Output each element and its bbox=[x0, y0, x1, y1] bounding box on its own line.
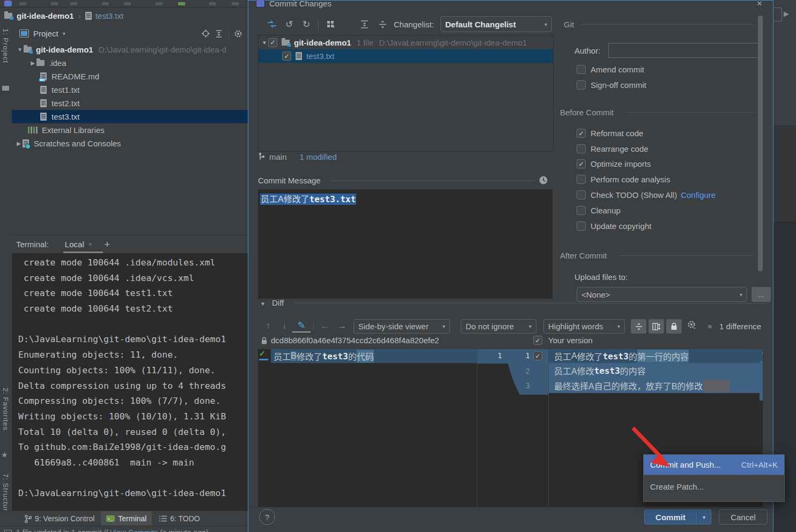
changelist-select[interactable]: Default Changelist ▾ bbox=[440, 16, 552, 32]
upload-target-select[interactable]: <None> ▾ bbox=[577, 287, 747, 302]
checkbox-icon[interactable]: ✓ bbox=[533, 336, 542, 345]
refresh-icon[interactable]: ↻ bbox=[298, 19, 315, 30]
branch-icon bbox=[258, 152, 265, 161]
diff-ignore-select[interactable]: Do not ignore ▾ bbox=[461, 319, 536, 334]
section-line bbox=[330, 180, 536, 181]
lock-icon[interactable] bbox=[666, 319, 682, 334]
next-difference-icon[interactable]: ↓ bbox=[276, 321, 292, 331]
project-stripe-icon[interactable] bbox=[2, 86, 9, 91]
checkbox-cleanup[interactable]: ✓ Cleanup bbox=[577, 206, 621, 215]
diff-viewer-select[interactable]: Side-by-side viewer ▾ bbox=[353, 319, 450, 334]
commit-button[interactable]: Commit bbox=[644, 509, 697, 524]
checkbox-perform-code-analysis[interactable]: ✓ Perform code analysis bbox=[577, 175, 670, 184]
collapse-all-icon[interactable] bbox=[373, 20, 392, 28]
diff-highlight-select[interactable]: Highlight words ▾ bbox=[543, 319, 625, 334]
commit-tree-file-row[interactable]: ✓ test3.txt bbox=[259, 49, 553, 63]
section-line bbox=[619, 255, 754, 256]
more-toolbar-icon[interactable]: » bbox=[707, 321, 712, 330]
tree-row-idea[interactable]: ▶ .idea bbox=[12, 56, 248, 70]
tool-stripe-project[interactable]: 1: Project bbox=[2, 28, 10, 63]
toolwindow-version-control[interactable]: 9: Version Control bbox=[20, 511, 99, 526]
commit-message-text: 员工A修改了 bbox=[261, 195, 309, 204]
tool-stripe-favorites[interactable]: 2: Favorites bbox=[2, 388, 10, 431]
view-commits-link[interactable]: View Commits bbox=[110, 528, 158, 532]
configure-link[interactable]: Configure bbox=[681, 190, 716, 200]
gear-icon[interactable] bbox=[232, 29, 245, 38]
cancel-button[interactable]: Cancel bbox=[719, 509, 768, 524]
checkbox-update-copyright[interactable]: ✓ Update copyright bbox=[577, 221, 651, 231]
help-button[interactable]: ? bbox=[259, 509, 275, 525]
checkbox-reformat-code[interactable]: ✓ Reformat code bbox=[577, 129, 643, 138]
divider bbox=[318, 19, 319, 29]
checkbox-rearrange-code[interactable]: ✓ Rearrange code bbox=[577, 144, 648, 153]
tree-row-test3-selected[interactable]: test3.txt bbox=[12, 110, 248, 123]
apply-change-check-icon[interactable]: ✓ bbox=[259, 349, 266, 358]
toolwindow-toggle-icon[interactable] bbox=[4, 530, 12, 532]
new-terminal-tab-icon[interactable]: + bbox=[104, 239, 110, 250]
breadcrumb-file[interactable]: test3.txt bbox=[95, 11, 124, 20]
toolwindow-todo[interactable]: 6: TODO bbox=[154, 511, 205, 526]
checkbox-signoff-commit[interactable]: ✓ Sign-off commit bbox=[577, 80, 646, 90]
diff-settings-gear-icon[interactable] bbox=[684, 320, 699, 329]
branch-name[interactable]: main bbox=[269, 152, 287, 161]
sync-scroll-icon[interactable] bbox=[648, 319, 664, 334]
dialog-icon bbox=[256, 0, 265, 8]
expand-arrow-icon[interactable]: ▶ bbox=[15, 141, 23, 146]
tree-row-test2[interactable]: test2.txt bbox=[12, 97, 248, 110]
project-view-title[interactable]: Project bbox=[33, 29, 58, 38]
expand-arrow-icon[interactable]: ▼ bbox=[261, 40, 268, 46]
tree-row-readme[interactable]: MD README.md bbox=[12, 70, 248, 83]
group-by-icon[interactable] bbox=[322, 20, 340, 28]
expand-all-icon[interactable] bbox=[355, 20, 373, 28]
star-icon[interactable]: ★ bbox=[1, 450, 8, 459]
breadcrumb-project[interactable]: git-idea-demo1 bbox=[17, 11, 74, 20]
commit-options-popup: Commit and Push... Ctrl+Alt+K Create Pat… bbox=[643, 454, 785, 502]
checkbox-amend-commit[interactable]: ✓ Amend commit bbox=[577, 65, 644, 74]
menu-item-create-patch[interactable]: Create Patch... bbox=[644, 475, 784, 498]
checkbox-optimize-imports[interactable]: ✓ Optimize imports bbox=[577, 159, 651, 168]
commit-message-editor[interactable]: 员工A修改了test3.txt bbox=[258, 189, 552, 299]
expand-arrow-icon[interactable]: ▶ bbox=[29, 60, 36, 66]
toolwindow-terminal[interactable]: >_ Terminal bbox=[101, 511, 152, 526]
collapse-unchanged-icon[interactable] bbox=[631, 319, 646, 334]
checkbox-check-todo[interactable]: ✓ Check TODO (Show All) Configure bbox=[577, 190, 716, 200]
tree-row-test1[interactable]: test1.txt bbox=[12, 83, 248, 97]
tree-row-scratches[interactable]: ▶ Scratches and Consoles bbox=[12, 137, 248, 150]
checkbox-icon[interactable]: ✓ bbox=[282, 51, 291, 61]
previous-difference-icon[interactable]: ↑ bbox=[260, 321, 276, 331]
message-history-icon[interactable] bbox=[539, 175, 548, 185]
menu-item-commit-and-push[interactable]: Commit and Push... Ctrl+Alt+K bbox=[644, 455, 784, 475]
close-tab-icon[interactable]: × bbox=[89, 240, 93, 248]
modified-files-link[interactable]: 1 modified bbox=[300, 152, 337, 161]
close-icon[interactable]: × bbox=[757, 0, 762, 9]
commit-dropdown-button[interactable]: ▾ bbox=[697, 509, 711, 524]
include-change-checkbox[interactable]: ✓ bbox=[533, 351, 542, 360]
previous-change-icon[interactable]: ← bbox=[316, 321, 334, 331]
diff-scroll-marker[interactable] bbox=[760, 361, 763, 401]
collapse-all-icon[interactable] bbox=[212, 30, 226, 38]
diff-collapse-arrow-icon[interactable]: ▼ bbox=[260, 301, 266, 307]
chevron-down-icon[interactable]: ▾ bbox=[63, 31, 65, 36]
apply-change-check-icon[interactable]: ✓ bbox=[761, 349, 763, 357]
edit-source-icon[interactable]: ✎ bbox=[292, 320, 311, 332]
expand-arrow-icon[interactable]: ▼ bbox=[16, 47, 24, 53]
rollback-icon[interactable]: ↺ bbox=[281, 19, 298, 30]
author-input[interactable] bbox=[608, 43, 763, 58]
tree-row-external-libraries[interactable]: External Libraries bbox=[12, 123, 248, 137]
terminal-output[interactable]: create mode 100644 .idea/modules.xml cre… bbox=[12, 253, 248, 511]
toolbar-icon-stub bbox=[209, 2, 216, 5]
browse-button[interactable]: ... bbox=[751, 287, 771, 302]
checkbox-icon[interactable]: ✓ bbox=[268, 38, 277, 47]
locate-file-icon[interactable] bbox=[199, 29, 212, 38]
play-icon[interactable]: ▶ bbox=[784, 10, 789, 18]
tool-stripe-structure[interactable]: 7: Structure bbox=[2, 474, 10, 516]
commit-tree-root-row[interactable]: ▼ ✓ git-idea-demo1 1 file D:\JavaLearnin… bbox=[259, 35, 553, 49]
right-line-number: 2 bbox=[519, 367, 530, 375]
terminal-tab-local[interactable]: Local bbox=[65, 240, 84, 249]
scratches-icon bbox=[23, 139, 29, 147]
vertical-scrollbar[interactable] bbox=[758, 16, 763, 271]
next-change-icon[interactable]: → bbox=[334, 321, 351, 331]
refresh-changes-icon[interactable] bbox=[263, 20, 281, 28]
tree-row-root[interactable]: ▼ git-idea-demo1 D:\JavaLearning\git-dem… bbox=[12, 43, 248, 56]
dialog-title-bar: Commit Changes bbox=[256, 0, 331, 8]
